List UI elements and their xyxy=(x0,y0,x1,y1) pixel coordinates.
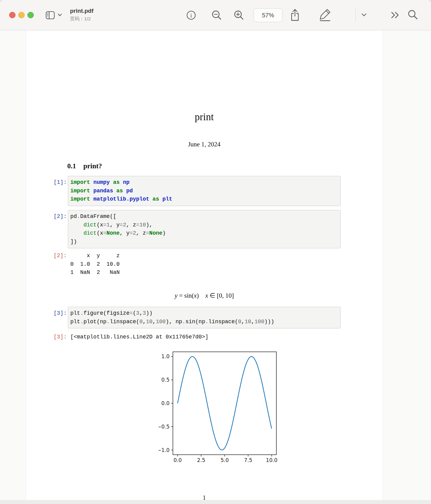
fullscreen-button[interactable] xyxy=(27,12,34,18)
x-tick-label: 5.0 xyxy=(220,457,229,463)
cell-prompt: [3]: xyxy=(54,309,67,318)
cell-prompt: [1]: xyxy=(54,178,67,187)
page-indicator: 页码：1/2 xyxy=(70,16,93,21)
toolbar-divider xyxy=(356,9,356,21)
window-title: print.pdf xyxy=(70,8,93,14)
window-title-block: print.pdf 页码：1/2 xyxy=(70,8,93,21)
sidebar-chevron-down-icon[interactable] xyxy=(58,14,62,16)
minimize-button[interactable] xyxy=(18,12,25,18)
x-tick-label: 2.5 xyxy=(197,457,205,463)
sine-line xyxy=(177,356,272,450)
document-title: print xyxy=(26,111,383,123)
y-tick-label: −1.0 xyxy=(159,447,170,453)
preview-window: print.pdf 页码：1/2 i 57% xyxy=(0,0,431,504)
notebook-cell-math: y = sin(x) x ∈ [0, 10] xyxy=(26,291,383,300)
notebook-cell-input: [3]:plt.figure(figsize=(3,3))plt.plot(np… xyxy=(26,307,383,328)
share-icon xyxy=(289,8,300,22)
plot-frame xyxy=(173,352,276,455)
pdf-page: print June 1, 2024 0.1print? [1]:import … xyxy=(26,30,383,504)
y-tick-label: 1.0 xyxy=(161,353,170,359)
zoom-level-button[interactable]: 57% xyxy=(254,8,282,22)
chevron-down-icon xyxy=(362,13,366,17)
x-tick-label: 0.0 xyxy=(173,457,182,463)
y-tick-label: −0.5 xyxy=(159,424,170,430)
code-box: pd.DataFrame([ dict(x=1, y=2, z=10), dic… xyxy=(68,210,341,248)
y-tick-label: 0.0 xyxy=(161,400,170,406)
zoom-out-icon xyxy=(211,9,223,21)
notebook-cell-output: [3]:[<matplotlib.lines.Line2D at 0x11765… xyxy=(26,333,383,341)
section-heading: 0.1print? xyxy=(67,162,102,170)
markup-pencil-icon xyxy=(318,8,332,22)
close-button[interactable] xyxy=(9,12,16,18)
titlebar: print.pdf 页码：1/2 i 57% xyxy=(0,0,431,30)
math-formula: y = sin(x) x ∈ [0, 10] xyxy=(26,291,383,300)
y-tick-label: 0.5 xyxy=(161,377,170,383)
sidebar-icon[interactable] xyxy=(46,11,55,20)
sine-plot: 0.02.55.07.510.01.00.50.0−0.5−1.0 xyxy=(159,350,280,472)
section-number: 0.1 xyxy=(67,162,76,170)
info-icon: i xyxy=(190,12,192,19)
zoom-out-button[interactable] xyxy=(211,9,223,21)
code-box: plt.figure(figsize=(3,3))plt.plot(np.lin… xyxy=(68,307,341,328)
zoom-in-icon xyxy=(233,9,245,21)
x-tick-label: 7.5 xyxy=(244,457,252,463)
zoom-in-button[interactable] xyxy=(233,9,245,21)
notebook-cell-input: [1]:import numpy as npimport pandas as p… xyxy=(26,176,383,206)
code-box: import numpy as npimport pandas as pdimp… xyxy=(68,176,341,206)
document-date: June 1, 2024 xyxy=(26,141,383,148)
output-text: x y z0 1.0 2 10.01 NaN 2 NaN xyxy=(70,252,383,277)
more-toolbar-items-button[interactable] xyxy=(391,12,400,19)
search-icon xyxy=(408,9,419,20)
markup-button[interactable] xyxy=(318,8,332,22)
double-chevron-more-icon xyxy=(391,12,400,19)
notebook-cell-input: [2]:pd.DataFrame([ dict(x=1, y=2, z=10),… xyxy=(26,210,383,248)
cell-prompt: [3]: xyxy=(54,333,67,341)
search-button[interactable] xyxy=(408,9,419,20)
section-title: print? xyxy=(83,162,102,170)
cell-prompt: [2]: xyxy=(54,212,67,221)
x-tick-label: 10.0 xyxy=(266,457,278,463)
output-text: [<matplotlib.lines.Line2D at 0x11765e7d0… xyxy=(70,333,383,341)
info-button[interactable]: i xyxy=(185,9,197,21)
markup-chevron-button[interactable] xyxy=(362,13,366,17)
cell-prompt: [2]: xyxy=(54,252,67,260)
zoom-level: 57% xyxy=(262,12,274,19)
page-number: 1 xyxy=(26,494,383,501)
share-button[interactable] xyxy=(289,8,300,22)
notebook-cell-output: [2]: x y z0 1.0 2 10.01 NaN 2 NaN xyxy=(26,252,383,277)
